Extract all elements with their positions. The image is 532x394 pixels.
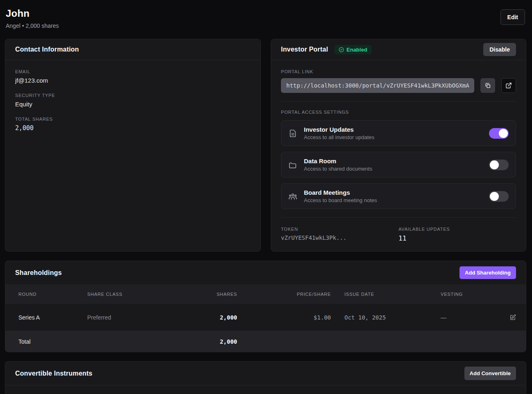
total-shares-cell: 2,000 [186, 338, 237, 345]
column-header-issue-date: ISSUE DATE [331, 292, 441, 297]
shareholdings-header: Shareholdings Add Shareholding [5, 261, 526, 284]
folder-icon [288, 160, 297, 169]
token-field-group: TOKEN vZrUYESF41wkL3Pk... [281, 227, 398, 242]
setting-description: Access to all investor updates [304, 134, 489, 140]
edit-button[interactable]: Edit [500, 9, 525, 25]
copy-link-button[interactable] [480, 78, 495, 93]
column-header-price-share: PRICE/SHARE [237, 292, 331, 297]
contact-card-header: Contact Information [5, 39, 260, 60]
setting-row-data-room: Data Room Access to shared documents [281, 152, 516, 178]
portal-card-header: Investor Portal Enabled Disable [271, 39, 526, 60]
shares-cell: 2,000 [186, 314, 237, 321]
page-header: John Angel • 2,000 shares Edit [0, 0, 532, 39]
column-header-vesting: VESTING [441, 292, 500, 297]
convertible-instruments-card: Convertible Instruments Add Convertible [5, 361, 526, 394]
data-room-toggle[interactable] [489, 160, 509, 170]
total-shares-field-group: TOTAL SHARES 2,000 [15, 117, 251, 132]
portal-link-input[interactable] [281, 78, 474, 93]
shareholdings-title: Shareholdings [15, 269, 62, 277]
page-title: John [6, 8, 526, 19]
token-label: TOKEN [281, 227, 398, 232]
setting-title: Investor Updates [304, 126, 489, 133]
toggle-knob [490, 160, 499, 169]
board-meetings-toggle[interactable] [489, 191, 509, 202]
share-class-cell: Preferred [87, 314, 186, 321]
portal-divider-bottom [281, 217, 516, 218]
total-label: Total [18, 338, 87, 345]
setting-description: Access to board meeting notes [304, 197, 489, 203]
email-label: EMAIL [15, 69, 251, 74]
column-header-round: ROUND [18, 292, 87, 297]
portal-access-settings-label: PORTAL ACCESS SETTINGS [281, 110, 516, 115]
available-updates-label: AVAILABLE UPDATES [398, 227, 516, 232]
portal-divider-top [281, 101, 516, 101]
available-updates-field-group: AVAILABLE UPDATES 11 [398, 227, 516, 242]
table-total-row: Total 2,000 [5, 331, 526, 352]
shareholdings-table-header: ROUND SHARE CLASS SHARES PRICE/SHARE ISS… [5, 284, 526, 304]
column-header-share-class: SHARE CLASS [87, 292, 186, 297]
token-value: vZrUYESF41wkL3Pk... [281, 234, 398, 241]
total-shares-value: 2,000 [15, 124, 251, 132]
document-icon [288, 129, 297, 138]
security-type-label: SECURITY TYPE [15, 93, 251, 98]
setting-title: Data Room [304, 158, 489, 164]
security-type-field-group: SECURITY TYPE Equity [15, 93, 251, 108]
contact-information-card: Contact Information EMAIL jf@123.com SEC… [5, 39, 261, 252]
total-shares-label: TOTAL SHARES [15, 117, 251, 122]
toggle-knob [499, 129, 508, 138]
round-cell: Series A [18, 314, 87, 321]
people-icon [288, 192, 297, 201]
convertibles-title: Convertible Instruments [15, 370, 93, 377]
setting-title: Board Meetings [304, 189, 489, 196]
add-convertible-button[interactable]: Add Convertible [464, 367, 516, 380]
add-shareholding-button[interactable]: Add Shareholding [460, 266, 516, 279]
disable-portal-button[interactable]: Disable [483, 43, 516, 56]
convertibles-header: Convertible Instruments Add Convertible [5, 362, 526, 385]
available-updates-value: 11 [398, 234, 516, 242]
email-value: jf@123.com [15, 77, 251, 84]
column-header-shares: SHARES [186, 292, 237, 297]
copy-icon [484, 82, 491, 89]
setting-row-investor-updates: Investor Updates Access to all investor … [281, 120, 516, 146]
setting-description: Access to shared documents [304, 166, 489, 172]
price-share-cell: $1.00 [237, 314, 331, 321]
shareholdings-card: Shareholdings Add Shareholding ROUND SHA… [5, 261, 526, 352]
investor-portal-card: Investor Portal Enabled Disable PORTAL L… [271, 39, 526, 252]
edit-pencil-icon [509, 314, 516, 321]
open-portal-button[interactable] [501, 78, 516, 93]
setting-row-board-meetings: Board Meetings Access to board meeting n… [281, 183, 516, 209]
contact-card-title: Contact Information [15, 46, 79, 53]
toggle-knob [490, 192, 499, 201]
vesting-cell: — [441, 314, 500, 321]
edit-row-button[interactable] [500, 314, 516, 321]
portal-card-title: Investor Portal [281, 46, 328, 53]
check-circle-icon [339, 47, 344, 52]
external-link-icon [505, 82, 512, 89]
issue-date-cell: Oct 10, 2025 [331, 314, 441, 321]
enabled-status-badge: Enabled [335, 45, 371, 54]
table-row: Series A Preferred 2,000 $1.00 Oct 10, 2… [5, 304, 526, 331]
security-type-value: Equity [15, 101, 251, 108]
email-field-group: EMAIL jf@123.com [15, 69, 251, 84]
investor-updates-toggle[interactable] [489, 128, 509, 139]
page-subtitle: Angel • 2,000 shares [6, 23, 526, 29]
portal-link-label: PORTAL LINK [281, 69, 516, 74]
